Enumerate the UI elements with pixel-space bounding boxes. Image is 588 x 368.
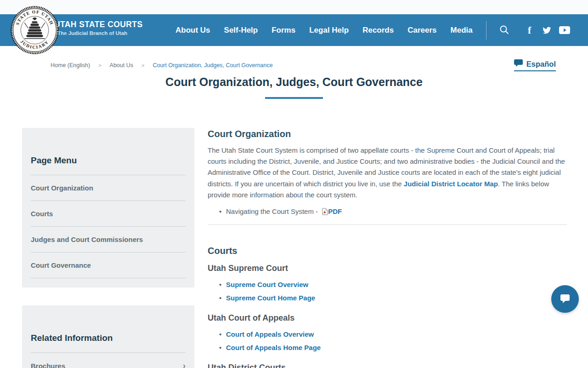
brand-title: UTAH STATE COURTS xyxy=(54,20,142,29)
page-menu-panel: Page Menu Court Organization Courts Judg… xyxy=(22,128,194,288)
breadcrumb-home[interactable]: Home (English) xyxy=(51,62,90,69)
navigating-court-system-pdf-link[interactable]: PDF xyxy=(328,207,342,215)
twitter-icon[interactable] xyxy=(542,14,552,46)
sidebar-item-courts[interactable]: Courts xyxy=(31,201,186,227)
related-information-title: Related Information xyxy=(31,305,186,343)
nav-about-us[interactable]: About Us xyxy=(175,26,210,35)
utah-district-courts-heading: Utah District Courts xyxy=(208,362,567,368)
list-item: Navigating the Court System - PDF xyxy=(208,208,567,217)
supreme-court-overview-link[interactable]: Supreme Court Overview xyxy=(226,281,308,288)
language-toggle-label: Español xyxy=(526,60,556,69)
breadcrumb-separator: > xyxy=(141,63,144,68)
court-of-appeals-home-page-link[interactable]: Court of Appeals Home Page xyxy=(226,344,321,351)
list-item: Court of Appeals Home Page xyxy=(208,344,567,351)
sidebar-item-court-organization[interactable]: Court Organization xyxy=(31,175,186,201)
breadcrumb-separator: > xyxy=(98,63,101,68)
chat-bubble-icon xyxy=(559,293,571,305)
court-organization-links: Navigating the Court System - PDF xyxy=(208,208,567,217)
nav-records[interactable]: Records xyxy=(362,26,394,35)
page: STATE OF UTAH JUDICIARY UTAH STATE COURT… xyxy=(0,0,588,368)
breadcrumb-about-us[interactable]: About Us xyxy=(110,62,133,69)
supreme-court-home-page-link[interactable]: Supreme Court Home Page xyxy=(226,294,315,302)
chat-button[interactable] xyxy=(551,285,579,313)
utah-court-of-appeals-heading: Utah Court of Appeals xyxy=(208,312,567,323)
breadcrumb-current: Court Organization, Judges, Court Govern… xyxy=(153,62,272,69)
related-information-panel: Related Information Brochures › xyxy=(22,305,194,368)
header-top-strip xyxy=(0,0,588,14)
nav-careers[interactable]: Careers xyxy=(407,26,436,35)
utah-judiciary-seal-logo[interactable]: STATE OF UTAH JUDICIARY xyxy=(11,6,59,54)
page-menu-title: Page Menu xyxy=(31,128,186,166)
nav-media[interactable]: Media xyxy=(451,26,473,35)
sidebar-item-judges-commissioners[interactable]: Judges and Court Commissioners xyxy=(31,227,186,253)
youtube-icon[interactable] xyxy=(559,14,570,46)
main-navigation: About Us Self-Help Forms Legal Help Reco… xyxy=(175,14,473,46)
judicial-district-locator-map-link[interactable]: Judicial District Locator Map xyxy=(404,180,498,188)
nav-forms[interactable]: Forms xyxy=(271,26,295,35)
nav-divider xyxy=(486,21,486,40)
nav-self-help[interactable]: Self-Help xyxy=(224,26,258,35)
court-organization-heading: Court Organization xyxy=(208,128,567,140)
speech-bubble-icon xyxy=(514,59,523,69)
supreme-court-links: Supreme Court Overview Supreme Court Hom… xyxy=(208,281,567,302)
search-icon[interactable] xyxy=(499,25,509,37)
language-toggle[interactable]: Español xyxy=(514,59,556,71)
pdf-file-icon xyxy=(322,208,328,217)
list-item: Supreme Court Home Page xyxy=(208,294,567,302)
list-item: Supreme Court Overview xyxy=(208,281,567,288)
chevron-right-icon: › xyxy=(183,362,186,368)
title-underline xyxy=(265,97,323,99)
section-divider xyxy=(208,224,567,225)
nav-legal-help[interactable]: Legal Help xyxy=(309,26,349,35)
page-title: Court Organization, Judges, Court Govern… xyxy=(0,75,588,89)
breadcrumb: Home (English) > About Us > Court Organi… xyxy=(51,62,273,69)
sidebar-item-court-governance[interactable]: Court Governance xyxy=(31,253,186,278)
court-of-appeals-overview-link[interactable]: Court of Appeals Overview xyxy=(226,330,314,338)
utah-supreme-court-heading: Utah Supreme Court xyxy=(208,263,567,274)
sidebar-item-brochures[interactable]: Brochures › xyxy=(31,353,186,368)
court-organization-paragraph: The Utah State Court System is comprised… xyxy=(208,145,567,201)
courts-heading: Courts xyxy=(208,245,567,257)
brand-subtitle: The Judicial Branch of Utah xyxy=(57,30,142,36)
list-item: Court of Appeals Overview xyxy=(208,331,567,338)
main-content: Court Organization The Utah State Court … xyxy=(208,128,567,368)
court-of-appeals-links: Court of Appeals Overview Court of Appea… xyxy=(208,331,567,351)
brand-text[interactable]: UTAH STATE COURTS The Judicial Branch of… xyxy=(54,20,142,36)
facebook-icon[interactable]: f xyxy=(528,14,531,46)
